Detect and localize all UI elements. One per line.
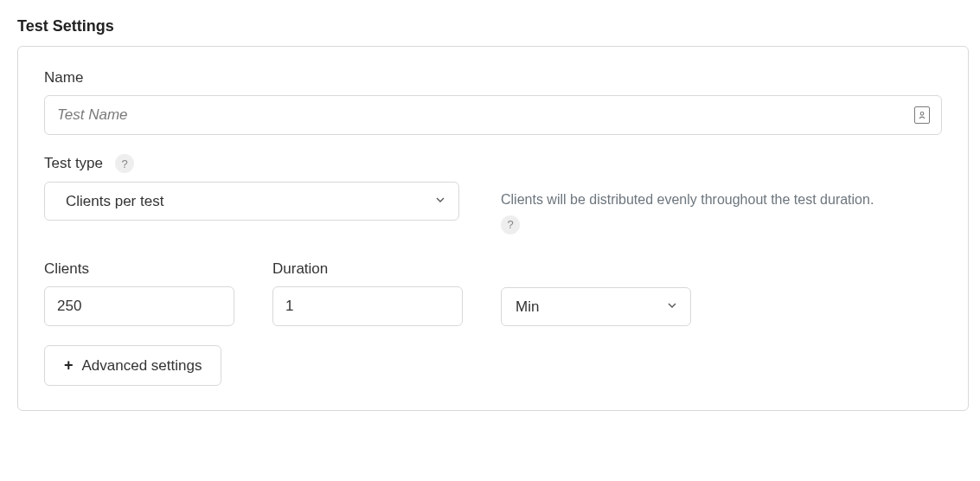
duration-unit-select[interactable]: Min [501, 287, 691, 326]
svg-point-0 [920, 112, 924, 116]
name-label: Name [44, 69, 942, 87]
name-input[interactable] [44, 95, 942, 135]
duration-label: Duration [272, 260, 463, 278]
plus-icon: + [64, 356, 74, 375]
advanced-settings-label: Advanced settings [82, 357, 202, 375]
contact-card-icon [914, 106, 930, 124]
advanced-settings-button[interactable]: + Advanced settings [44, 345, 221, 386]
clients-label: Clients [44, 260, 234, 278]
settings-panel: Name Test type ? Clients per test [17, 46, 969, 411]
test-type-select[interactable]: Clients per test [44, 182, 459, 221]
duration-input[interactable] [272, 286, 463, 326]
section-title: Test Settings [17, 17, 969, 35]
chevron-down-icon [665, 298, 679, 316]
test-type-label: Test type [44, 155, 103, 172]
help-icon[interactable]: ? [115, 154, 134, 173]
test-type-description: Clients will be distributed evenly throu… [501, 192, 874, 207]
clients-input[interactable] [44, 286, 234, 326]
help-icon[interactable]: ? [501, 215, 520, 234]
